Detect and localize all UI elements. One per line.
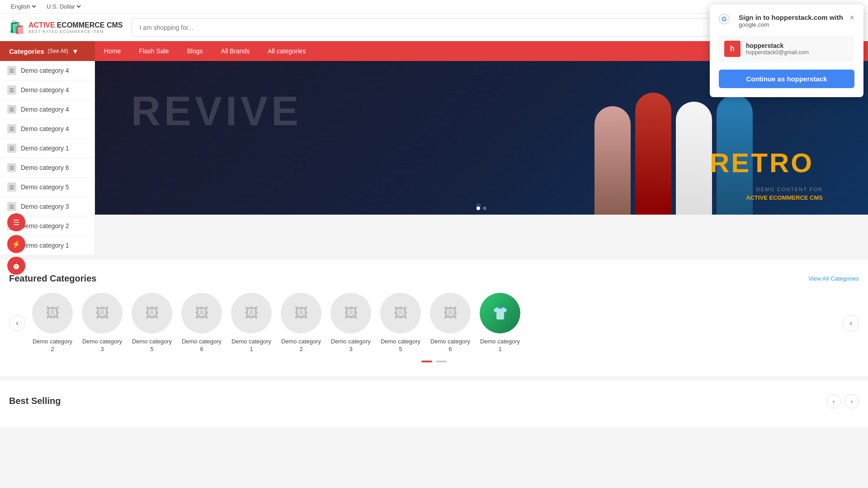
- nav-all-brands[interactable]: All Brands: [212, 41, 259, 61]
- slider-pagination: [9, 361, 859, 362]
- popup-header-content: G Sign in to hopperstack.com with google…: [719, 14, 849, 28]
- category-card[interactable]: 🖼 Demo category6: [179, 293, 224, 353]
- category-card[interactable]: 👕 Demo category1: [477, 293, 523, 353]
- categories-label: Categories: [9, 47, 44, 55]
- popup-title: Sign in to hopperstack.com with: [739, 14, 849, 21]
- category-placeholder-icon: 🖼: [344, 305, 358, 321]
- see-all-label: (See All): [48, 48, 68, 54]
- popup-account-avatar: h: [724, 41, 741, 57]
- category-placeholder-icon: 🖼: [443, 305, 457, 321]
- slider-dot-2[interactable]: [436, 361, 447, 362]
- sidebar-item[interactable]: 🖼 Demo category 6: [0, 158, 94, 178]
- sidebar-item[interactable]: 🖼 Demo category 1: [0, 139, 94, 158]
- category-circle: 🖼: [281, 293, 321, 333]
- sidebar-item-label: Demo category 1: [21, 145, 69, 152]
- logo-ecommerce: ECOMMERCE CMS: [57, 21, 123, 29]
- nav-blogs[interactable]: Blogs: [178, 41, 212, 61]
- category-circle: 🖼: [430, 293, 471, 333]
- sidebar-item[interactable]: 🖼 Demo category 4: [0, 80, 94, 100]
- category-card-label: Demo category6: [430, 338, 470, 353]
- featured-categories-slider: ‹ 🖼 Demo category2 🖼 Demo category3 🖼 De…: [9, 293, 859, 353]
- category-card[interactable]: 🖼 Demo category1: [229, 293, 274, 353]
- slider-dot-1[interactable]: [421, 361, 432, 362]
- signin-popup: G Sign in to hopperstack.com with google…: [710, 5, 863, 97]
- sidebar-item-label: Demo category 4: [21, 125, 69, 132]
- floating-flash-button[interactable]: ⚡: [7, 235, 25, 253]
- hero-figure-3: [676, 102, 712, 215]
- nav-flash-sale[interactable]: Flash Sale: [130, 41, 178, 61]
- best-selling-section: Best Selling ‹ ›: [0, 380, 868, 427]
- sidebar-item-label: Demo category 5: [21, 183, 69, 191]
- category-icon: 🖼: [7, 66, 16, 75]
- category-card[interactable]: 🖼 Demo category2: [278, 293, 324, 353]
- hero-dot-2[interactable]: [483, 206, 486, 210]
- category-placeholder-icon: 🖼: [245, 305, 258, 321]
- category-circle: 🖼: [82, 293, 123, 333]
- popup-subtitle: google.com: [739, 21, 849, 28]
- sidebar-item-label: Demo category 4: [21, 106, 69, 113]
- categories-track: 🖼 Demo category2 🖼 Demo category3 🖼 Demo…: [25, 293, 843, 353]
- category-shirt-image: 👕: [480, 293, 520, 333]
- category-card[interactable]: 🖼 Demo category6: [428, 293, 473, 353]
- sidebar-item-label: Demo category 1: [21, 242, 69, 249]
- category-card-label: Demo category1: [480, 338, 520, 353]
- featured-categories-title: Featured Categories: [9, 273, 96, 284]
- category-card[interactable]: 🖼 Demo category3: [80, 293, 125, 353]
- category-card-label: Demo category5: [132, 338, 172, 353]
- sidebar-item-label: Demo category 6: [21, 164, 69, 171]
- hero-brand: ACTIVE ECOMMERCE CMS: [746, 194, 823, 201]
- category-card-label: Demo category3: [82, 338, 122, 353]
- sidebar-item[interactable]: 🖼 Demo category 5: [0, 178, 94, 197]
- category-circle: 🖼: [231, 293, 272, 333]
- featured-categories-section: Featured Categories View All Categories …: [0, 260, 868, 376]
- popup-close-button[interactable]: ×: [849, 14, 854, 22]
- sidebar-item-label: Demo category 3: [21, 203, 69, 210]
- best-selling-prev-button[interactable]: ‹: [826, 394, 841, 408]
- category-icon: 🖼: [7, 124, 16, 133]
- slider-next-button[interactable]: ›: [843, 315, 859, 331]
- logo-active: ACTIVE: [28, 21, 55, 29]
- nav-all-categories[interactable]: All categories: [259, 41, 315, 61]
- search-bar: 🔍: [132, 18, 793, 37]
- top-bar-left: English U.S. Dollar: [9, 3, 82, 10]
- hero-retro-text: RETRO: [710, 147, 814, 178]
- category-icon: 🖼: [7, 85, 16, 94]
- category-placeholder-icon: 🖼: [394, 305, 407, 321]
- nav-home[interactable]: Home: [95, 41, 130, 61]
- category-card-label: Demo category2: [33, 338, 72, 353]
- best-selling-next-button[interactable]: ›: [844, 394, 859, 408]
- sidebar-item-label: Demo category 4: [21, 67, 69, 74]
- floating-menu-button[interactable]: ☰: [7, 213, 25, 231]
- category-card[interactable]: 🖼 Demo category5: [129, 293, 175, 353]
- sidebar-item[interactable]: 🖼 Demo category 4: [0, 61, 94, 80]
- category-circle: 🖼: [32, 293, 73, 333]
- categories-dropdown-button[interactable]: Categories (See All) ▼: [0, 41, 95, 61]
- category-circle: 🖼: [181, 293, 222, 333]
- hero-demo-content: DEMO CONTENT FOR: [756, 187, 823, 192]
- category-card[interactable]: 🖼 Demo category5: [378, 293, 423, 353]
- sidebar-item-label: Demo category 4: [21, 86, 69, 94]
- category-card[interactable]: 🖼 Demo category3: [328, 293, 373, 353]
- hero-gear-icon: ⚙: [476, 202, 481, 209]
- search-input[interactable]: [132, 19, 769, 36]
- sidebar-item-label: Demo category 2: [21, 222, 69, 230]
- sidebar-item[interactable]: 🖼 Demo category 4: [0, 119, 94, 139]
- category-card-label: Demo category1: [231, 338, 271, 353]
- category-card-label: Demo category5: [381, 338, 420, 353]
- popup-account: h hopperstack hopperstack0@gmail.com: [719, 35, 854, 62]
- nav-links: Home Flash Sale Blogs All Brands All cat…: [95, 41, 315, 61]
- language-selector[interactable]: English: [9, 3, 38, 10]
- category-card[interactable]: 🖼 Demo category2: [30, 293, 75, 353]
- view-all-categories-link[interactable]: View All Categories: [808, 275, 859, 282]
- logo-text: ACTIVE ECOMMERCE CMS BEST RATED ECOMMERC…: [28, 21, 123, 34]
- popup-continue-button[interactable]: Continue as hopperstack: [719, 70, 854, 88]
- slider-prev-button[interactable]: ‹: [9, 315, 25, 331]
- floating-time-button[interactable]: ⏰: [7, 257, 25, 275]
- category-circle: 🖼: [330, 293, 371, 333]
- logo-tagline: BEST RATED ECOMMERCE ITEM: [28, 29, 123, 34]
- hero-figure-1: [594, 106, 631, 215]
- logo[interactable]: 🛍️ ACTIVE ECOMMERCE CMS BEST RATED ECOMM…: [9, 20, 123, 35]
- sidebar-item[interactable]: 🖼 Demo category 4: [0, 100, 94, 119]
- currency-selector[interactable]: U.S. Dollar: [45, 3, 82, 10]
- category-icon: 🖼: [7, 183, 16, 192]
